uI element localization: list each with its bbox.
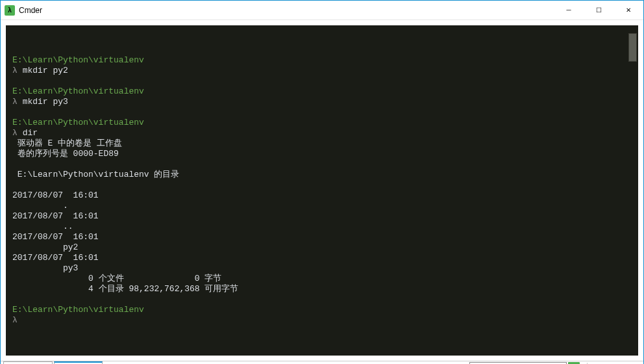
scrollbar-thumb[interactable]: [628, 33, 637, 62]
statusbar: λcmd.exeλcmd.exe Search 🔍 + ▼ 🔒 💾 ≣ ≡: [1, 361, 643, 364]
tabs: λcmd.exeλcmd.exe: [3, 361, 103, 364]
terminal-container: E:\Learn\Python\virtualenv λ mkdir py2 E…: [1, 20, 643, 361]
close-button[interactable]: ✕: [613, 1, 643, 20]
maximize-button[interactable]: ☐: [584, 1, 613, 20]
window-controls: ─ ☐ ✕: [554, 1, 643, 20]
app-icon: λ: [5, 5, 15, 16]
terminal[interactable]: E:\Learn\Python\virtualenv λ mkdir py2 E…: [6, 25, 638, 356]
titlebar[interactable]: λ Cmder ─ ☐ ✕: [1, 1, 643, 20]
app-window: λ Cmder ─ ☐ ✕ E:\Learn\Python\virtualenv…: [0, 0, 644, 364]
tab[interactable]: λcmd.exe: [54, 361, 103, 364]
tab[interactable]: λcmd.exe: [3, 361, 53, 364]
window-title: Cmder: [19, 6, 42, 15]
minimize-button[interactable]: ─: [554, 1, 584, 20]
